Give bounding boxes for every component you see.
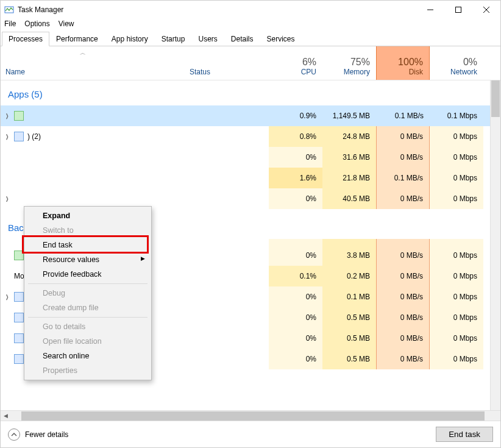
cell-cpu: 0% xyxy=(269,307,322,328)
menu-item-expand[interactable]: Expand xyxy=(26,208,150,223)
group-apps-title: Apps (5) xyxy=(1,80,490,105)
tab-details[interactable]: Details xyxy=(224,32,260,46)
cell-name: ❯ xyxy=(1,196,190,202)
scroll-left-arrow-icon[interactable]: ◀ xyxy=(1,413,11,419)
cell-cpu: 1.6% xyxy=(269,168,322,188)
column-name[interactable]: ︿ Name xyxy=(1,46,190,80)
cell-memory: 3.8 MB xyxy=(322,245,376,266)
memory-usage-percent: 75% xyxy=(350,57,370,68)
minimize-button[interactable] xyxy=(416,1,444,19)
fewer-details-button[interactable]: Fewer details xyxy=(8,428,68,441)
footer: Fewer details End task xyxy=(1,421,500,447)
cell-memory: 0.5 MB xyxy=(322,307,376,328)
maximize-button[interactable] xyxy=(444,1,472,19)
cell-disk: 0 MB/s xyxy=(376,349,430,369)
end-task-button[interactable]: End task xyxy=(436,427,493,442)
cell-network: 0 Mbps xyxy=(430,147,483,168)
tab-app-history[interactable]: App history xyxy=(105,32,155,46)
table-row[interactable]: ❯) (2)0.8%24.8 MB0 MB/s0 Mbps xyxy=(1,126,490,147)
menu-item-open-file-location: Open file location xyxy=(26,334,150,349)
process-icon xyxy=(14,313,24,322)
cell-cpu: 0% xyxy=(269,147,322,168)
cell-name: ❯ xyxy=(1,111,190,121)
menu-view[interactable]: View xyxy=(59,20,74,28)
menu-item-search-online[interactable]: Search online xyxy=(26,349,150,363)
cell-disk: 0.1 MB/s xyxy=(376,168,430,188)
menu-item-switch-to: Switch to xyxy=(26,223,150,238)
column-memory-label: Memory xyxy=(344,68,370,76)
cell-memory: 40.5 MB xyxy=(322,188,376,209)
cell-disk: 0 MB/s xyxy=(376,188,430,209)
cell-disk: 0.1 MB/s xyxy=(376,105,430,126)
menu-item-debug: Debug xyxy=(26,286,150,300)
disk-usage-percent: 100% xyxy=(398,57,423,68)
menu-item-create-dump-file: Create dump file xyxy=(26,300,150,315)
app-icon xyxy=(4,5,14,15)
cell-disk: 0 MB/s xyxy=(376,245,430,266)
close-button[interactable] xyxy=(472,1,500,19)
column-name-label: Name xyxy=(5,68,190,76)
cell-memory: 21.8 MB xyxy=(322,168,376,188)
column-network[interactable]: 0% Network xyxy=(430,46,483,80)
cell-cpu: 0% xyxy=(269,188,322,209)
process-icon xyxy=(14,354,24,364)
cell-network: 0 Mbps xyxy=(430,349,483,369)
column-disk[interactable]: 100% Disk xyxy=(376,46,430,80)
table-row[interactable]: 1.6%21.8 MB0.1 MB/s0 Mbps xyxy=(1,168,490,188)
expand-arrow-icon[interactable]: ❯ xyxy=(5,133,10,140)
cell-network: 0 Mbps xyxy=(430,307,483,328)
table-row[interactable]: 0%31.6 MB0 MB/s0 Mbps xyxy=(1,147,490,168)
column-disk-label: Disk xyxy=(409,68,423,76)
column-memory[interactable]: 75% Memory xyxy=(322,46,376,80)
network-usage-percent: 0% xyxy=(463,57,477,68)
cell-cpu: 0.9% xyxy=(269,105,322,126)
column-cpu[interactable]: 6% CPU xyxy=(269,46,322,80)
cell-network: 0 Mbps xyxy=(430,126,483,147)
menubar: File Options View xyxy=(1,19,500,31)
tab-services[interactable]: Services xyxy=(260,32,302,46)
scrollbar-thumb[interactable] xyxy=(491,80,500,117)
vertical-scrollbar[interactable] xyxy=(490,80,500,410)
cell-network: 0 Mbps xyxy=(430,328,483,349)
expand-arrow-icon[interactable]: ❯ xyxy=(5,294,10,300)
cell-memory: 0.2 MB xyxy=(322,266,376,286)
menu-options[interactable]: Options xyxy=(24,20,49,28)
cell-cpu: 0% xyxy=(269,286,322,307)
tabstrip: Processes Performance App history Startu… xyxy=(1,31,500,46)
tab-performance[interactable]: Performance xyxy=(49,32,105,46)
menu-item-provide-feedback[interactable]: Provide feedback xyxy=(26,267,150,282)
cell-cpu: 0% xyxy=(269,328,322,349)
cell-disk: 0 MB/s xyxy=(376,307,430,328)
cell-memory: 0.5 MB xyxy=(322,349,376,369)
process-icon xyxy=(14,132,24,141)
menu-item-go-to-details: Go to details xyxy=(26,319,150,334)
horizontal-scrollbar[interactable]: ◀ xyxy=(1,410,500,421)
menu-item-end-task[interactable]: End task xyxy=(26,238,150,252)
cell-network: 0 Mbps xyxy=(430,168,483,188)
cell-memory: 1,149.5 MB xyxy=(322,105,376,126)
menu-file[interactable]: File xyxy=(4,20,16,28)
tab-startup[interactable]: Startup xyxy=(155,32,192,46)
expand-arrow-icon[interactable]: ❯ xyxy=(5,113,10,119)
column-status[interactable]: Status xyxy=(190,46,269,80)
expand-arrow-icon[interactable]: ❯ xyxy=(5,196,10,202)
process-icon xyxy=(14,251,24,260)
chevron-up-circle-icon xyxy=(8,428,20,441)
menu-item-properties: Properties xyxy=(26,363,150,378)
tab-users[interactable]: Users xyxy=(191,32,224,46)
cell-network: 0 Mbps xyxy=(430,245,483,266)
cell-memory: 0.5 MB xyxy=(322,328,376,349)
hscroll-thumb[interactable] xyxy=(21,411,485,421)
tab-processes[interactable]: Processes xyxy=(2,32,49,46)
cell-memory: 0.1 MB xyxy=(322,286,376,307)
svg-rect-2 xyxy=(456,7,461,13)
column-cpu-label: CPU xyxy=(301,68,316,76)
table-row[interactable]: ❯0.9%1,149.5 MB0.1 MB/s0.1 Mbps xyxy=(1,105,490,126)
cell-cpu: 0.8% xyxy=(269,126,322,147)
column-network-label: Network xyxy=(450,68,477,76)
cell-cpu: 0% xyxy=(269,349,322,369)
menu-item-resource-values[interactable]: Resource values▶ xyxy=(26,252,150,267)
cell-cpu xyxy=(269,239,322,245)
sort-chevron-icon: ︿ xyxy=(80,49,86,57)
process-icon xyxy=(14,333,24,343)
